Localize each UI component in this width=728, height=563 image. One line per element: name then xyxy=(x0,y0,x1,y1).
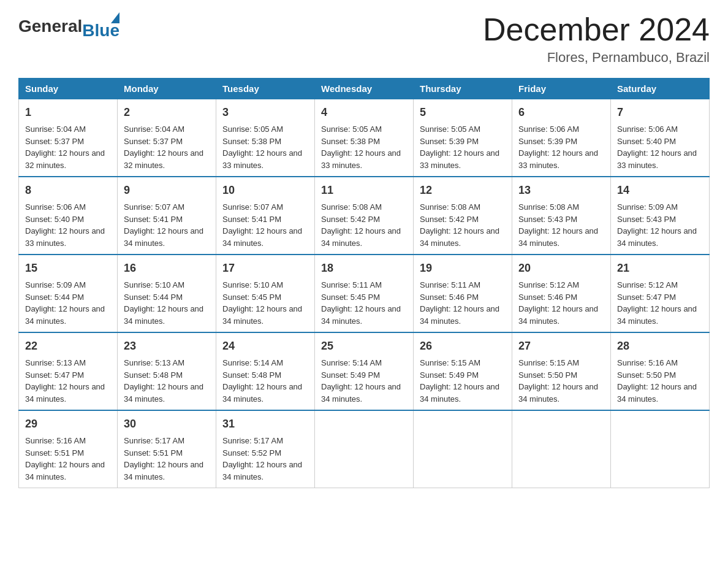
day-info: Sunrise: 5:12 AMSunset: 5:47 PMDaylight:… xyxy=(617,280,697,326)
calendar-cell: 20Sunrise: 5:12 AMSunset: 5:46 PMDayligh… xyxy=(512,255,611,332)
day-number: 25 xyxy=(321,338,407,354)
calendar-cell: 19Sunrise: 5:11 AMSunset: 5:46 PMDayligh… xyxy=(414,255,512,332)
day-info: Sunrise: 5:04 AMSunset: 5:37 PMDaylight:… xyxy=(25,124,105,170)
calendar-cell: 9Sunrise: 5:07 AMSunset: 5:41 PMDaylight… xyxy=(118,177,216,255)
page-header: General Blue December 2024 Flores, Perna… xyxy=(18,12,710,66)
day-number: 15 xyxy=(25,260,111,277)
day-number: 30 xyxy=(124,416,210,432)
day-info: Sunrise: 5:06 AMSunset: 5:40 PMDaylight:… xyxy=(25,202,105,248)
day-number: 4 xyxy=(321,104,407,121)
calendar-cell: 14Sunrise: 5:09 AMSunset: 5:43 PMDayligh… xyxy=(611,177,710,255)
col-monday: Monday xyxy=(118,79,216,99)
calendar-cell xyxy=(315,410,414,488)
calendar-cell: 18Sunrise: 5:11 AMSunset: 5:45 PMDayligh… xyxy=(315,255,414,332)
day-info: Sunrise: 5:07 AMSunset: 5:41 PMDaylight:… xyxy=(124,202,203,248)
calendar-cell: 31Sunrise: 5:17 AMSunset: 5:52 PMDayligh… xyxy=(216,410,315,488)
day-info: Sunrise: 5:06 AMSunset: 5:39 PMDaylight:… xyxy=(518,124,598,170)
day-number: 1 xyxy=(25,104,111,121)
day-info: Sunrise: 5:08 AMSunset: 5:42 PMDaylight:… xyxy=(420,202,499,248)
day-info: Sunrise: 5:06 AMSunset: 5:40 PMDaylight:… xyxy=(617,124,697,170)
calendar-cell: 25Sunrise: 5:14 AMSunset: 5:49 PMDayligh… xyxy=(315,332,414,410)
calendar-cell: 17Sunrise: 5:10 AMSunset: 5:45 PMDayligh… xyxy=(216,255,315,332)
calendar-row: 29Sunrise: 5:16 AMSunset: 5:51 PMDayligh… xyxy=(19,410,710,488)
calendar-cell: 6Sunrise: 5:06 AMSunset: 5:39 PMDaylight… xyxy=(512,99,611,177)
calendar-cell: 16Sunrise: 5:10 AMSunset: 5:44 PMDayligh… xyxy=(118,255,216,332)
day-info: Sunrise: 5:15 AMSunset: 5:50 PMDaylight:… xyxy=(518,358,598,404)
day-number: 11 xyxy=(321,182,407,199)
day-number: 5 xyxy=(420,104,506,121)
calendar-cell xyxy=(414,410,512,488)
day-number: 23 xyxy=(124,338,210,354)
day-number: 8 xyxy=(25,182,111,199)
day-info: Sunrise: 5:15 AMSunset: 5:49 PMDaylight:… xyxy=(420,358,499,404)
day-info: Sunrise: 5:14 AMSunset: 5:49 PMDaylight:… xyxy=(321,358,401,404)
day-info: Sunrise: 5:16 AMSunset: 5:50 PMDaylight:… xyxy=(617,358,697,404)
day-info: Sunrise: 5:14 AMSunset: 5:48 PMDaylight:… xyxy=(222,358,302,404)
col-thursday: Thursday xyxy=(414,79,512,99)
col-saturday: Saturday xyxy=(611,79,710,99)
day-number: 17 xyxy=(222,260,308,277)
day-number: 16 xyxy=(124,260,210,277)
calendar-cell: 3Sunrise: 5:05 AMSunset: 5:38 PMDaylight… xyxy=(216,99,315,177)
day-info: Sunrise: 5:13 AMSunset: 5:47 PMDaylight:… xyxy=(25,358,105,404)
calendar-row: 15Sunrise: 5:09 AMSunset: 5:44 PMDayligh… xyxy=(19,255,710,332)
day-number: 29 xyxy=(25,416,111,432)
calendar-cell: 21Sunrise: 5:12 AMSunset: 5:47 PMDayligh… xyxy=(611,255,710,332)
col-friday: Friday xyxy=(512,79,611,99)
day-number: 3 xyxy=(222,104,308,121)
title-area: December 2024 Flores, Pernambuco, Brazil xyxy=(483,12,710,66)
col-sunday: Sunday xyxy=(19,79,118,99)
header-row: Sunday Monday Tuesday Wednesday Thursday… xyxy=(19,79,710,99)
calendar-cell: 12Sunrise: 5:08 AMSunset: 5:42 PMDayligh… xyxy=(414,177,512,255)
day-info: Sunrise: 5:09 AMSunset: 5:44 PMDaylight:… xyxy=(25,280,105,326)
day-info: Sunrise: 5:09 AMSunset: 5:43 PMDaylight:… xyxy=(617,202,697,248)
calendar-cell xyxy=(512,410,611,488)
day-info: Sunrise: 5:13 AMSunset: 5:48 PMDaylight:… xyxy=(124,358,203,404)
location-title: Flores, Pernambuco, Brazil xyxy=(483,50,710,66)
logo-general-text: General xyxy=(18,17,82,36)
day-info: Sunrise: 5:08 AMSunset: 5:43 PMDaylight:… xyxy=(518,202,598,248)
day-info: Sunrise: 5:05 AMSunset: 5:39 PMDaylight:… xyxy=(420,124,499,170)
calendar-row: 8Sunrise: 5:06 AMSunset: 5:40 PMDaylight… xyxy=(19,177,710,255)
calendar-cell: 23Sunrise: 5:13 AMSunset: 5:48 PMDayligh… xyxy=(118,332,216,410)
day-number: 28 xyxy=(617,338,703,354)
calendar-cell: 7Sunrise: 5:06 AMSunset: 5:40 PMDaylight… xyxy=(611,99,710,177)
day-info: Sunrise: 5:05 AMSunset: 5:38 PMDaylight:… xyxy=(222,124,302,170)
calendar-row: 1Sunrise: 5:04 AMSunset: 5:37 PMDaylight… xyxy=(19,99,710,177)
calendar-cell: 24Sunrise: 5:14 AMSunset: 5:48 PMDayligh… xyxy=(216,332,315,410)
calendar-cell: 10Sunrise: 5:07 AMSunset: 5:41 PMDayligh… xyxy=(216,177,315,255)
calendar-body: 1Sunrise: 5:04 AMSunset: 5:37 PMDaylight… xyxy=(19,99,710,488)
day-number: 31 xyxy=(222,416,308,432)
col-tuesday: Tuesday xyxy=(216,79,315,99)
calendar-cell xyxy=(611,410,710,488)
day-number: 26 xyxy=(420,338,506,354)
day-info: Sunrise: 5:05 AMSunset: 5:38 PMDaylight:… xyxy=(321,124,401,170)
calendar-cell: 1Sunrise: 5:04 AMSunset: 5:37 PMDaylight… xyxy=(19,99,118,177)
day-number: 7 xyxy=(617,104,703,121)
day-info: Sunrise: 5:16 AMSunset: 5:51 PMDaylight:… xyxy=(25,436,105,481)
calendar-row: 22Sunrise: 5:13 AMSunset: 5:47 PMDayligh… xyxy=(19,332,710,410)
day-info: Sunrise: 5:10 AMSunset: 5:44 PMDaylight:… xyxy=(124,280,203,326)
day-number: 2 xyxy=(124,104,210,121)
day-number: 14 xyxy=(617,182,703,199)
day-info: Sunrise: 5:07 AMSunset: 5:41 PMDaylight:… xyxy=(222,202,302,248)
day-number: 13 xyxy=(518,182,604,199)
day-info: Sunrise: 5:11 AMSunset: 5:45 PMDaylight:… xyxy=(321,280,401,326)
calendar-cell: 8Sunrise: 5:06 AMSunset: 5:40 PMDaylight… xyxy=(19,177,118,255)
day-number: 24 xyxy=(222,338,308,354)
col-wednesday: Wednesday xyxy=(315,79,414,99)
calendar-cell: 11Sunrise: 5:08 AMSunset: 5:42 PMDayligh… xyxy=(315,177,414,255)
calendar-table: Sunday Monday Tuesday Wednesday Thursday… xyxy=(18,78,710,488)
day-info: Sunrise: 5:12 AMSunset: 5:46 PMDaylight:… xyxy=(518,280,598,326)
day-info: Sunrise: 5:17 AMSunset: 5:51 PMDaylight:… xyxy=(124,436,203,481)
day-number: 6 xyxy=(518,104,604,121)
logo: General Blue xyxy=(18,12,119,40)
day-info: Sunrise: 5:04 AMSunset: 5:37 PMDaylight:… xyxy=(124,124,203,170)
logo-blue-part: Blue xyxy=(82,12,119,40)
day-info: Sunrise: 5:11 AMSunset: 5:46 PMDaylight:… xyxy=(420,280,499,326)
calendar-cell: 30Sunrise: 5:17 AMSunset: 5:51 PMDayligh… xyxy=(118,410,216,488)
calendar-cell: 13Sunrise: 5:08 AMSunset: 5:43 PMDayligh… xyxy=(512,177,611,255)
day-number: 19 xyxy=(420,260,506,277)
month-title: December 2024 xyxy=(483,12,710,47)
calendar-cell: 29Sunrise: 5:16 AMSunset: 5:51 PMDayligh… xyxy=(19,410,118,488)
